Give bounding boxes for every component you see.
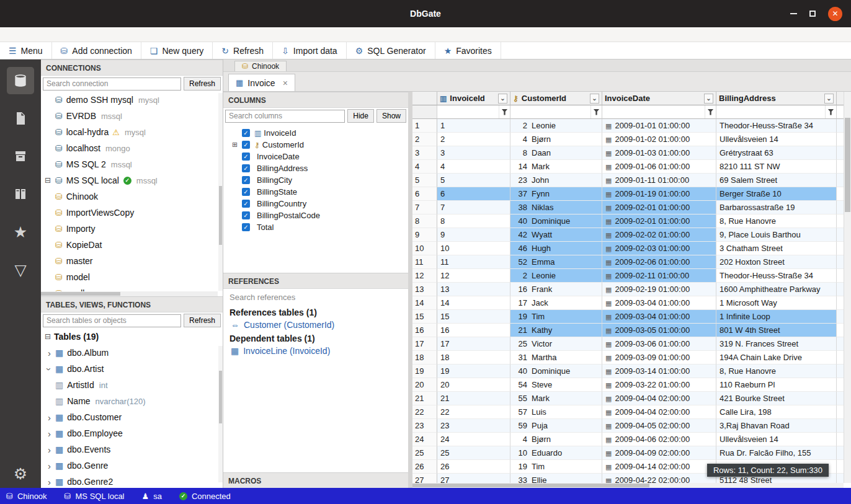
row-number-cell[interactable]: 7 — [412, 201, 437, 214]
cell-billingaddress[interactable]: Grétrystraat 63 — [716, 146, 837, 160]
toolbar-button[interactable]: Import data — [273, 42, 347, 59]
cell-customerid[interactable]: 37 Fynn — [510, 187, 602, 201]
close-button[interactable]: ✕ — [828, 7, 842, 21]
dependent-link[interactable]: InvoiceLine (InvoiceId) — [223, 345, 408, 357]
filter-input-invoiceid[interactable] — [437, 105, 499, 118]
cell-billingaddress[interactable]: 421 Bourke Street — [716, 392, 837, 405]
cell-customerid[interactable]: 2 Leonie — [510, 269, 602, 283]
column-manager-row[interactable]: BillingState — [223, 186, 408, 198]
grid-horizontal-scrollbar[interactable] — [412, 483, 844, 488]
maximize-button[interactable] — [809, 11, 816, 17]
cell-billingaddress[interactable]: Rua Dr. Falcão Filho, 155 — [716, 446, 837, 460]
filter-button[interactable] — [705, 105, 716, 118]
cell-customerid[interactable]: 14 Mark — [510, 160, 602, 174]
table-item[interactable]: dbo.Artist — [41, 361, 223, 377]
cell-invoiceid[interactable]: 19 — [437, 365, 510, 378]
toolbar-button[interactable]: Menu — [0, 42, 52, 59]
cell-billingaddress[interactable]: Ullevålsveien 14 — [716, 133, 837, 146]
chevron-icon[interactable] — [45, 412, 54, 423]
cell-customerid[interactable]: 33 Ellie — [510, 474, 602, 483]
cell-invoicedate[interactable]: 2009-02-02 01:00:00 — [602, 228, 716, 242]
connections-scrollbar[interactable] — [218, 93, 223, 291]
connections-refresh-button[interactable]: Refresh — [184, 77, 221, 91]
chevron-icon[interactable] — [45, 477, 54, 487]
row-number-cell[interactable]: 27 — [412, 474, 437, 483]
table-item[interactable]: dbo.Genre — [41, 458, 223, 474]
cell-billingaddress[interactable]: 110 Raeburn Pl — [716, 378, 837, 392]
cell-invoiceid[interactable]: 8 — [437, 214, 510, 228]
cell-invoiceid[interactable]: 24 — [437, 433, 510, 446]
cell-invoiceid[interactable]: 15 — [437, 310, 510, 324]
column-checkbox[interactable] — [242, 129, 250, 137]
cell-billingaddress[interactable]: 801 W 4th Street — [716, 324, 837, 337]
cell-invoiceid[interactable]: 13 — [437, 283, 510, 296]
cell-billingaddress[interactable]: 8210 111 ST NW — [716, 160, 837, 174]
cell-customerid[interactable]: 25 Victor — [510, 337, 602, 351]
cell-billingaddress[interactable]: Calle Lira, 198 — [716, 405, 837, 419]
row-number-cell[interactable]: 22 — [412, 405, 437, 419]
cell-invoiceid[interactable]: 26 — [437, 460, 510, 474]
cell-invoicedate[interactable]: 2009-04-09 02:00:00 — [602, 446, 716, 460]
connection-item[interactable]: localhost mongo — [41, 140, 223, 156]
scrollbar-thumb[interactable] — [412, 484, 649, 487]
history-icon[interactable] — [7, 180, 34, 208]
cell-invoicedate[interactable]: 2009-02-03 01:00:00 — [602, 242, 716, 255]
row-number-cell[interactable]: 21 — [412, 392, 437, 405]
expand-icon[interactable] — [232, 141, 242, 149]
cell-billingaddress[interactable]: 1600 Amphitheatre Parkway — [716, 283, 837, 296]
column-checkbox[interactable] — [242, 200, 250, 208]
cell-invoiceid[interactable]: 18 — [437, 351, 510, 365]
row-number-cell[interactable]: 12 — [412, 269, 437, 283]
show-column-button[interactable]: Show — [376, 109, 406, 123]
row-number-cell[interactable]: 9 — [412, 228, 437, 242]
cell-customerid[interactable]: 55 Mark — [510, 392, 602, 405]
statusbar-item[interactable]: MS SQL local — [65, 492, 125, 501]
collapse-expander-icon[interactable] — [45, 332, 54, 341]
databases-icon[interactable] — [7, 67, 34, 94]
connection-item[interactable]: KopieDat — [41, 237, 223, 253]
chevron-icon[interactable] — [45, 364, 54, 374]
favorites-icon[interactable]: ★ — [7, 218, 34, 245]
toolbar-button[interactable]: Favorites — [435, 42, 501, 59]
cell-invoicedate[interactable]: 2009-03-04 01:00:00 — [602, 310, 716, 324]
cell-invoiceid[interactable]: 14 — [437, 296, 510, 310]
cell-billingaddress[interactable]: 202 Hoxton Street — [716, 255, 837, 269]
connection-item[interactable]: local-hydra mysql — [41, 124, 223, 140]
statusbar-item[interactable]: sa — [142, 492, 162, 501]
cell-invoicedate[interactable]: 2009-01-11 01:00:00 — [602, 174, 716, 187]
cell-invoicedate[interactable]: 2009-02-19 01:00:00 — [602, 283, 716, 296]
cell-invoicedate[interactable]: 2009-01-06 01:00:00 — [602, 160, 716, 174]
cell-invoiceid[interactable]: 23 — [437, 419, 510, 433]
connection-item[interactable]: MS SQL local mssql — [41, 172, 223, 188]
column-manager-row[interactable]: CustomerId — [223, 139, 408, 151]
row-number-cell[interactable]: 25 — [412, 446, 437, 460]
row-number-cell[interactable]: 17 — [412, 337, 437, 351]
cell-invoiceid[interactable]: 20 — [437, 378, 510, 392]
cell-invoiceid[interactable]: 3 — [437, 146, 510, 160]
cell-customerid[interactable]: 19 Tim — [510, 460, 602, 474]
chevron-icon[interactable] — [45, 444, 54, 455]
tables-search-input[interactable] — [43, 314, 181, 327]
cell-invoicedate[interactable]: 2009-04-06 02:00:00 — [602, 433, 716, 446]
cell-invoiceid[interactable]: 5 — [437, 174, 510, 187]
cell-customerid[interactable]: 40 Dominique — [510, 365, 602, 378]
cell-billingaddress[interactable]: 9, Place Louis Barthou — [716, 228, 837, 242]
filters-icon[interactable]: ▽ — [7, 256, 34, 283]
column-checkbox[interactable] — [242, 211, 250, 219]
cell-customerid[interactable]: 52 Emma — [510, 255, 602, 269]
cell-billingaddress[interactable]: 319 N. Frances Street — [716, 337, 837, 351]
row-number-cell[interactable]: 14 — [412, 296, 437, 310]
cell-invoiceid[interactable]: 25 — [437, 446, 510, 460]
table-item[interactable]: dbo.Genre2 — [41, 474, 223, 488]
cell-billingaddress[interactable]: Theodor-Heuss-Straße 34 — [716, 119, 837, 133]
cell-billingaddress[interactable]: 194A Chain Lake Drive — [716, 351, 837, 365]
header-billingaddress[interactable]: BillingAddress — [716, 92, 837, 105]
cell-customerid[interactable]: 42 Wyatt — [510, 228, 602, 242]
cell-customerid[interactable]: 59 Puja — [510, 419, 602, 433]
minimize-button[interactable] — [790, 13, 797, 14]
cell-invoicedate[interactable]: 2009-02-01 01:00:00 — [602, 214, 716, 228]
tables-scrollbar[interactable] — [218, 346, 223, 482]
row-number-cell[interactable]: 6 — [412, 187, 437, 201]
cell-billingaddress[interactable]: 8, Rue Hanovre — [716, 214, 837, 228]
header-invoiceid[interactable]: InvoiceId — [437, 92, 510, 105]
